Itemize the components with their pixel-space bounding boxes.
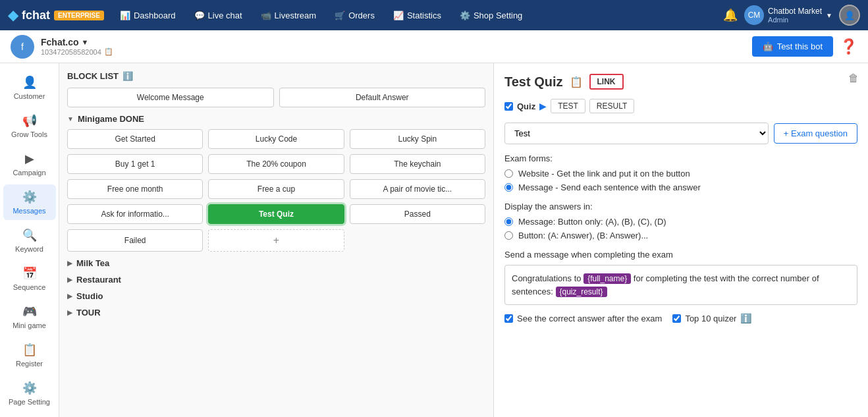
restaurant-arrow-icon: ▶ — [67, 276, 72, 283]
add-block-button[interactable]: + — [208, 229, 344, 252]
user-role: Admin — [768, 16, 822, 24]
completion-message-box[interactable]: Congratulations to {full_name} for compl… — [504, 265, 857, 305]
page-setting-icon: ⚙️ — [22, 381, 37, 395]
quiz-result-tag: {quiz_result} — [556, 287, 607, 297]
block-buy1get1[interactable]: Buy 1 get 1 — [67, 154, 203, 174]
send-message-label: Send a message when completing the exam — [504, 250, 857, 260]
block-free-one-month[interactable]: Free one month — [67, 179, 203, 199]
campaign-icon: ▶ — [25, 152, 34, 166]
panel-title: Test Quiz — [504, 74, 563, 90]
register-icon: 📋 — [22, 343, 37, 357]
top10-quizer-option[interactable]: Top 10 quizer ℹ️ — [672, 313, 751, 323]
minigame-icon: 🎮 — [22, 304, 37, 319]
block-free-a-cup[interactable]: Free a cup — [208, 179, 344, 199]
nav-statistics[interactable]: 📈 Statistics — [385, 7, 449, 24]
nav-livestream[interactable]: 📹 Livestream — [253, 7, 325, 24]
restaurant-section[interactable]: ▶ Restaurant — [67, 275, 485, 285]
display-button-answer[interactable]: Button: (A: Answer), (B: Answer)... — [504, 231, 857, 240]
minigame-row-3: Free one month Free a cup A pair of movi… — [67, 179, 485, 199]
livechat-icon: 💬 — [194, 11, 205, 20]
minigame-section-header[interactable]: ▼ Minigame DONE — [67, 114, 485, 124]
nav-dashboard[interactable]: 📊 Dashboard — [112, 7, 184, 24]
sidebar-item-keyword[interactable]: 🔍 Keyword — [3, 223, 56, 258]
messages-icon: ⚙️ — [22, 190, 37, 204]
exam-form-message[interactable]: Message - Send each sentence with the an… — [504, 182, 857, 192]
tab-result-button[interactable]: RESULT — [589, 99, 634, 113]
sidebar-item-grow-tools[interactable]: 📢 Grow Tools — [3, 108, 56, 144]
sidebar-item-register[interactable]: 📋 Register — [3, 337, 56, 373]
block-list-header: BLOCK LIST ℹ️ — [67, 71, 485, 81]
quiz-tabs: Quiz ▶ TEST RESULT — [504, 99, 857, 113]
block-passed[interactable]: Passed — [350, 204, 485, 224]
block-get-started[interactable]: Get Started — [67, 129, 203, 149]
sidebar-item-page-setting[interactable]: ⚙️ Page Setting — [3, 375, 56, 411]
block-keychain[interactable]: The keychain — [350, 154, 485, 174]
profile-avatar[interactable]: 👤 — [839, 5, 860, 26]
top-navigation: ◆ fchat ENTERPRISE 📊 Dashboard 💬 Live ch… — [0, 0, 868, 30]
minigame-arrow-icon: ▼ — [67, 115, 74, 123]
exam-forms-radio-group: Website - Get the link and put it on the… — [504, 169, 857, 192]
sidebar: 👤 Customer 📢 Grow Tools ▶ Campaign ⚙️ Me… — [0, 63, 59, 417]
block-ask-information[interactable]: Ask for informatio... — [67, 204, 203, 224]
enterprise-badge: ENTERPRISE — [54, 11, 104, 20]
keyword-icon: 🔍 — [22, 228, 37, 242]
block-failed[interactable]: Failed — [67, 229, 203, 252]
page-id: 103472058582004 📋 — [41, 47, 113, 56]
sidebar-item-campaign[interactable]: ▶ Campaign — [3, 146, 56, 182]
quiz-checkbox[interactable] — [504, 102, 513, 111]
tab-test-button[interactable]: TEST — [551, 99, 585, 113]
default-answer-button[interactable]: Default Answer — [279, 88, 486, 107]
user-avatar-icon: CM — [744, 5, 764, 25]
see-correct-answer-option[interactable]: See the correct answer after the exam — [504, 314, 662, 323]
user-name: Chatbot Market — [768, 7, 822, 16]
page-info: Fchat.co ▼ 103472058582004 📋 — [41, 37, 113, 56]
nav-shop-setting[interactable]: ⚙️ Shop Setting — [452, 7, 530, 24]
sidebar-item-sequence[interactable]: 📅 Sequence — [3, 261, 56, 296]
dropdown-icon: ▼ — [82, 38, 89, 46]
welcome-message-button[interactable]: Welcome Message — [67, 88, 274, 107]
top10-info-icon[interactable]: ℹ️ — [740, 313, 751, 323]
sidebar-item-messages[interactable]: ⚙️ Messages — [3, 184, 56, 220]
milk-tea-section[interactable]: ▶ Milk Tea — [67, 258, 485, 268]
nav-livechat[interactable]: 💬 Live chat — [186, 7, 250, 24]
block-test-quiz[interactable]: Test Quiz — [208, 204, 344, 224]
exam-select[interactable]: Test — [504, 123, 769, 144]
minigame-row-4: Ask for informatio... Test Quiz Passed — [67, 204, 485, 224]
main-layout: 👤 Customer 📢 Grow Tools ▶ Campaign ⚙️ Me… — [0, 63, 868, 417]
dropdown-chevron-icon: ▼ — [826, 12, 832, 19]
full-name-tag: {full_name} — [583, 273, 631, 284]
delete-icon[interactable]: 🗑 — [848, 72, 859, 84]
block-lucky-spin[interactable]: Lucky Spin — [350, 129, 485, 149]
dashboard-icon: 📊 — [120, 11, 130, 20]
block-movie-ticket[interactable]: A pair of movie tic... — [350, 179, 485, 199]
right-panel-header: Test Quiz 📋 LINK — [504, 74, 857, 90]
display-button-only[interactable]: Message: Button only: (A), (B), (C), (D) — [504, 217, 857, 227]
help-button[interactable]: ❓ — [840, 38, 857, 55]
sidebar-item-minigame[interactable]: 🎮 Mini game — [3, 299, 56, 335]
test-bot-button[interactable]: 🤖 Test this bot — [752, 36, 833, 57]
block-20-coupon[interactable]: The 20% coupon — [208, 154, 344, 174]
logo[interactable]: ◆ fchat ENTERPRISE — [8, 7, 104, 23]
display-radio-group: Message: Button only: (A), (B), (C), (D)… — [504, 217, 857, 240]
quiz-play-icon: ▶ — [539, 101, 547, 111]
page-icon: f — [11, 35, 34, 59]
page-name[interactable]: Fchat.co ▼ — [41, 37, 113, 47]
copy-id-icon[interactable]: 📋 — [104, 47, 113, 56]
block-lucky-code[interactable]: Lucky Code — [208, 129, 344, 149]
user-menu[interactable]: CM Chatbot Market Admin ▼ — [744, 5, 832, 25]
exam-form-website[interactable]: Website - Get the link and put it on the… — [504, 169, 857, 179]
sidebar-item-customer[interactable]: 👤 Customer — [3, 70, 56, 105]
studio-section[interactable]: ▶ Studio — [67, 291, 485, 301]
block-list-info-icon[interactable]: ℹ️ — [122, 71, 133, 81]
tour-section[interactable]: ▶ TOUR — [67, 308, 485, 318]
nav-orders[interactable]: 🛒 Orders — [327, 7, 383, 24]
tour-arrow-icon: ▶ — [67, 309, 72, 316]
link-badge-button[interactable]: LINK — [589, 74, 624, 90]
notification-bell-icon[interactable]: 🔔 — [723, 8, 738, 22]
copy-icon[interactable]: 📋 — [570, 76, 583, 88]
display-answers-label: Display the answers in: — [504, 202, 857, 211]
exam-question-button[interactable]: + Exam question — [774, 123, 857, 144]
grow-tools-icon: 📢 — [22, 113, 37, 128]
quiz-label: Quiz — [517, 101, 535, 111]
minigame-row-1: Get Started Lucky Code Lucky Spin — [67, 129, 485, 149]
